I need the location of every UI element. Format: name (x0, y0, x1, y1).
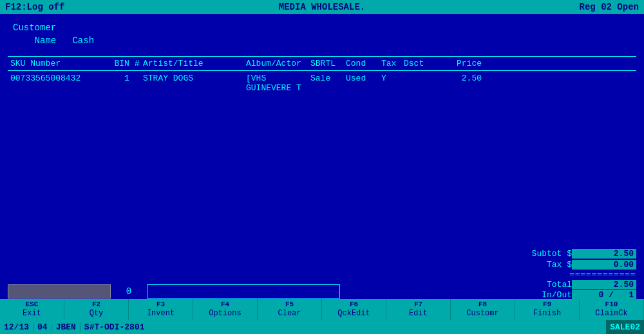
col-header-price: Price (433, 59, 484, 68)
cell-price: 2.50 (433, 74, 484, 93)
fkey-f3-key: F3 (156, 300, 165, 309)
top-bar-right: Reg 02 Open (580, 2, 639, 12)
fkey-f3[interactable]: F3 Invent (129, 299, 193, 320)
fkey-f4-label: Options (209, 309, 241, 318)
top-bar: F12:Log off MEDIA WHOLESALE. Reg 02 Open (0, 0, 644, 14)
col-header-dsct: Dsct (404, 59, 433, 68)
fkey-f2-key: F2 (92, 300, 100, 309)
inout-value: 0 / 1 (572, 290, 636, 300)
col-header-bin: BIN # (111, 59, 143, 68)
total-label: Total (520, 280, 572, 290)
fkey-f8-key: F8 (478, 300, 487, 309)
subtot-label: Subtot $ (520, 249, 572, 259)
col-header-sku: SKU Number (8, 59, 111, 68)
fkey-f6[interactable]: F6 QckEdit (322, 299, 386, 320)
fkey-f9[interactable]: F9 Finish (515, 299, 580, 320)
summary-area: Subtot $ 2.50 Tax $ 0.00 ════════════ To… (482, 249, 636, 300)
fkey-f10[interactable]: F10 ClaimCk (580, 299, 644, 320)
tax-row: Tax $ 0.00 (482, 260, 636, 270)
col-header-tax: Tax (381, 59, 404, 68)
status-bar: 12/13 04 JBEN S#T-ODI-2801 SALE02 (0, 320, 644, 334)
fkey-f3-label: Invent (147, 309, 175, 318)
fkey-esc-key: ESC (26, 300, 39, 309)
fkey-f2-label: Qty (90, 309, 104, 318)
table-row: 00733565008432 1 STRAY DOGS [VHS GUINEVE… (8, 71, 636, 95)
fkey-f8-label: Customr (466, 309, 498, 318)
fkey-f5[interactable]: F5 Clear (258, 299, 322, 320)
fkey-f9-label: Finish (533, 309, 561, 318)
fkey-f8[interactable]: F8 Customr (451, 299, 515, 320)
cell-sbrtl: Sale (310, 74, 346, 93)
inout-label: In/Out (520, 290, 572, 300)
top-bar-center: MEDIA WHOLESALE. (279, 2, 365, 12)
description-input-box[interactable] (147, 284, 340, 299)
fkey-f6-label: QckEdit (337, 309, 370, 318)
status-user: JBEN (52, 322, 80, 332)
customer-label: Customer (13, 22, 636, 35)
table-header: SKU Number BIN # Artist/Title Album/Acto… (8, 56, 636, 71)
cell-cond: Used (346, 74, 381, 93)
col-header-artist: Artist/Title (143, 59, 246, 68)
fkey-f10-label: ClaimCk (595, 309, 627, 318)
cell-artist: STRAY DOGS (143, 74, 246, 93)
fkey-f2[interactable]: F2 Qty (64, 299, 129, 320)
table-container: SKU Number BIN # Artist/Title Album/Acto… (8, 56, 636, 95)
col-header-sbrtl: SBRTL (310, 59, 346, 68)
customer-name-value: Cash (72, 35, 94, 46)
fkey-bar: ESC Exit F2 Qty F3 Invent F4 Options F5 … (0, 299, 644, 320)
total-row: Total 2.50 (482, 280, 636, 290)
inout-row: In/Out 0 / 1 (482, 290, 636, 300)
fkey-f7-key: F7 (414, 300, 422, 309)
fkey-f7[interactable]: F7 Edit (386, 299, 451, 320)
customer-name-label: Name (35, 35, 57, 46)
customer-name-row: Name Cash (13, 35, 636, 48)
subtot-value: 2.50 (572, 249, 636, 259)
total-value: 2.50 (572, 280, 636, 290)
cell-dsct (404, 74, 433, 93)
col-header-cond: Cond (346, 59, 381, 68)
fkey-f6-key: F6 (350, 300, 358, 309)
cell-album: [VHS GUINEVERE T (246, 74, 310, 93)
fkey-f5-key: F5 (285, 300, 294, 309)
divider-line: ════════════ (482, 271, 636, 279)
fkey-f7-label: Edit (409, 309, 428, 318)
fkey-f4[interactable]: F4 Options (193, 299, 258, 320)
col-header-album: Album/Actor (246, 59, 310, 68)
status-hour: 04 (33, 322, 52, 332)
fkey-f9-key: F9 (543, 300, 551, 309)
fkey-esc[interactable]: ESC Exit (0, 299, 64, 320)
fkey-f5-label: Clear (278, 309, 301, 318)
status-code: S#T-ODI-2801 (80, 322, 606, 332)
status-register: SALE02 (606, 320, 644, 334)
subtot-row: Subtot $ 2.50 (482, 249, 636, 259)
cell-tax: Y (381, 74, 404, 93)
tax-label: Tax $ (520, 260, 572, 270)
cell-bin: 1 (111, 74, 143, 93)
fkey-f4-key: F4 (221, 300, 229, 309)
tax-value: 0.00 (572, 260, 636, 270)
cell-sku: 00733565008432 (8, 74, 111, 93)
status-date: 12/13 (0, 322, 33, 332)
input-area: 0 (8, 284, 473, 299)
fkey-f10-key: F10 (605, 300, 618, 309)
customer-section: Customer Name Cash (8, 18, 636, 50)
top-bar-left: F12:Log off (5, 2, 64, 12)
barcode-input-box[interactable] (8, 284, 111, 299)
qty-display: 0 (116, 286, 142, 297)
fkey-esc-label: Exit (23, 309, 41, 318)
